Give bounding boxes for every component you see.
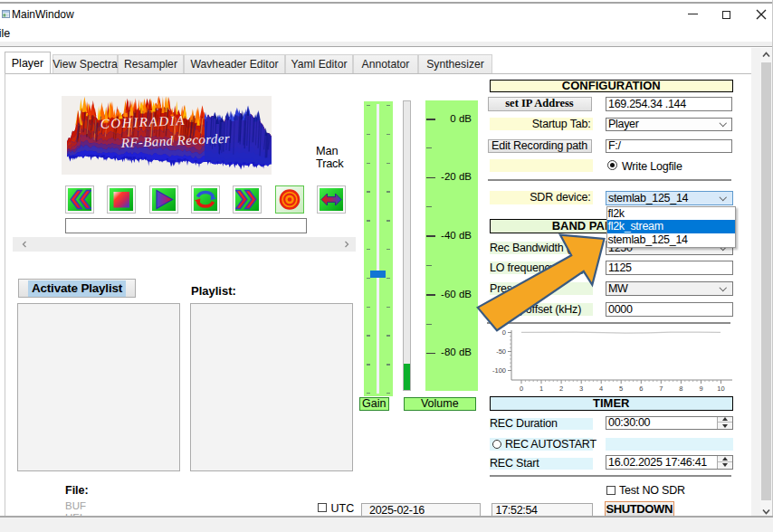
svg-text:9: 9	[699, 385, 702, 393]
svg-text:8: 8	[679, 385, 682, 393]
svg-text:-50: -50	[496, 347, 506, 356]
svg-text:6: 6	[639, 385, 643, 393]
svg-text:5: 5	[619, 385, 623, 393]
svg-text:1: 1	[539, 385, 543, 393]
svg-text:3: 3	[579, 385, 583, 393]
svg-text:4: 4	[599, 385, 603, 393]
svg-text:2: 2	[559, 385, 563, 393]
svg-text:-100: -100	[492, 366, 506, 375]
svg-text:7: 7	[659, 385, 663, 393]
svg-text:10: 10	[717, 385, 724, 393]
svg-text:0: 0	[520, 385, 523, 393]
